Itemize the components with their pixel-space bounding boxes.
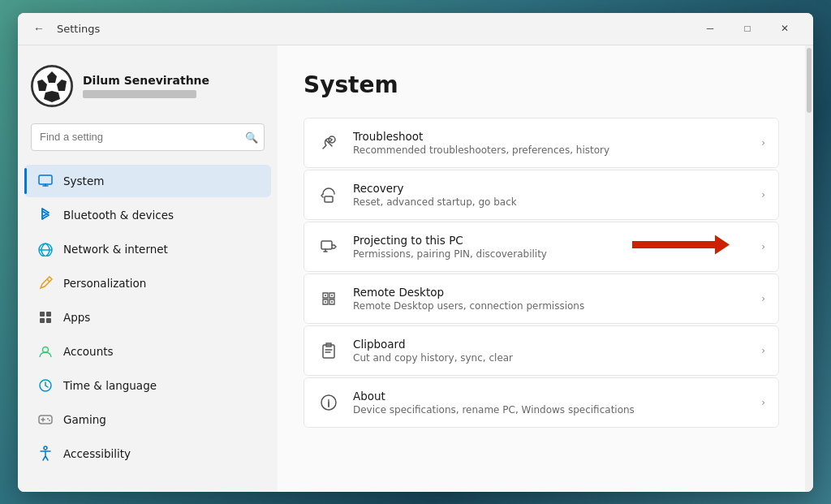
recovery-desc: Reset, advanced startup, go back bbox=[353, 196, 748, 208]
clipboard-icon bbox=[317, 339, 340, 362]
sidebar-accessibility-label: Accessibility bbox=[63, 447, 131, 460]
sidebar-item-accessibility[interactable]: Accessibility bbox=[24, 437, 271, 470]
sidebar-item-network[interactable]: Network & internet bbox=[24, 233, 271, 265]
settings-window: ← Settings ─ □ ✕ bbox=[18, 13, 813, 492]
svg-rect-11 bbox=[40, 318, 45, 323]
clipboard-chevron: › bbox=[761, 345, 765, 356]
avatar bbox=[31, 65, 73, 107]
settings-item-remote[interactable]: Remote Desktop Remote Desktop users, con… bbox=[304, 274, 779, 324]
close-button[interactable]: ✕ bbox=[766, 15, 803, 41]
system-icon bbox=[37, 173, 54, 189]
user-name: Dilum Senevirathne bbox=[83, 74, 209, 87]
troubleshoot-title: Troubleshoot bbox=[353, 130, 748, 143]
window-controls: ─ □ ✕ bbox=[691, 15, 803, 41]
back-button[interactable]: ← bbox=[28, 17, 50, 40]
svg-rect-20 bbox=[325, 196, 333, 202]
sidebar-item-bluetooth[interactable]: Bluetooth & devices bbox=[24, 199, 271, 231]
personalization-icon bbox=[37, 275, 54, 291]
remote-chevron: › bbox=[761, 293, 765, 304]
svg-rect-10 bbox=[46, 312, 51, 317]
page-title: System bbox=[304, 71, 779, 98]
sidebar-item-time[interactable]: Time & language bbox=[24, 369, 271, 402]
network-icon bbox=[37, 241, 54, 257]
settings-item-clipboard[interactable]: Clipboard Cut and copy history, sync, cl… bbox=[304, 325, 779, 376]
about-chevron: › bbox=[761, 397, 765, 408]
accounts-icon bbox=[37, 343, 54, 360]
sidebar-accounts-label: Accounts bbox=[63, 345, 114, 358]
about-icon bbox=[317, 391, 340, 414]
settings-list: Troubleshoot Recommended troubleshooters… bbox=[304, 118, 779, 428]
time-icon bbox=[37, 377, 54, 394]
window-title: Settings bbox=[57, 23, 691, 35]
recovery-icon bbox=[317, 183, 340, 206]
minimize-button[interactable]: ─ bbox=[691, 15, 729, 41]
svg-rect-7 bbox=[39, 175, 52, 184]
sidebar-bluetooth-label: Bluetooth & devices bbox=[63, 209, 174, 222]
recovery-chevron: › bbox=[761, 189, 765, 200]
svg-point-18 bbox=[44, 446, 47, 450]
remote-icon bbox=[317, 287, 340, 310]
red-arrow bbox=[632, 233, 730, 257]
svg-point-16 bbox=[47, 418, 49, 420]
main-content: System Troubleshoot Recommended troub bbox=[278, 45, 805, 492]
user-email-redacted bbox=[83, 90, 196, 98]
projecting-icon bbox=[317, 235, 340, 258]
sidebar-item-accounts[interactable]: Accounts bbox=[24, 335, 271, 368]
titlebar: ← Settings ─ □ ✕ bbox=[18, 13, 813, 45]
about-desc: Device specifications, rename PC, Window… bbox=[353, 404, 748, 416]
remote-text: Remote Desktop Remote Desktop users, con… bbox=[353, 286, 748, 312]
remote-title: Remote Desktop bbox=[353, 286, 748, 299]
apps-icon bbox=[37, 309, 54, 325]
clipboard-desc: Cut and copy history, sync, clear bbox=[353, 352, 748, 364]
settings-item-recovery[interactable]: Recovery Reset, advanced startup, go bac… bbox=[304, 170, 779, 220]
scrollbar-track[interactable] bbox=[805, 45, 813, 492]
sidebar-item-apps[interactable]: Apps bbox=[24, 301, 271, 334]
red-arrow-indicator bbox=[632, 233, 730, 261]
sidebar: Dilum Senevirathne 🔍 System bbox=[18, 45, 278, 492]
sidebar-system-label: System bbox=[63, 174, 104, 187]
troubleshoot-desc: Recommended troubleshooters, preferences… bbox=[353, 144, 748, 156]
sidebar-item-system[interactable]: System bbox=[24, 165, 271, 197]
svg-rect-12 bbox=[46, 318, 51, 323]
search-box: 🔍 bbox=[31, 123, 265, 151]
clipboard-title: Clipboard bbox=[353, 338, 748, 351]
settings-item-troubleshoot[interactable]: Troubleshoot Recommended troubleshooters… bbox=[304, 118, 779, 168]
svg-point-17 bbox=[49, 420, 50, 421]
svg-rect-9 bbox=[40, 312, 45, 317]
content-area: Dilum Senevirathne 🔍 System bbox=[18, 45, 813, 492]
about-title: About bbox=[353, 390, 748, 403]
search-input[interactable] bbox=[31, 123, 265, 151]
sidebar-network-label: Network & internet bbox=[63, 243, 168, 256]
recovery-text: Recovery Reset, advanced startup, go bac… bbox=[353, 182, 748, 208]
projecting-chevron: › bbox=[761, 241, 765, 252]
gaming-icon bbox=[37, 411, 54, 428]
troubleshoot-text: Troubleshoot Recommended troubleshooters… bbox=[353, 130, 748, 156]
sidebar-time-label: Time & language bbox=[63, 379, 157, 392]
sidebar-apps-label: Apps bbox=[63, 311, 90, 324]
main-with-scroll: System Troubleshoot Recommended troub bbox=[278, 45, 813, 492]
sidebar-personalization-label: Personalization bbox=[63, 277, 146, 290]
troubleshoot-icon bbox=[317, 131, 340, 154]
sidebar-item-personalization[interactable]: Personalization bbox=[24, 267, 271, 299]
user-info: Dilum Senevirathne bbox=[83, 74, 209, 98]
recovery-title: Recovery bbox=[353, 182, 748, 195]
svg-rect-21 bbox=[321, 241, 332, 249]
bluetooth-icon bbox=[37, 207, 54, 223]
remote-desc: Remote Desktop users, connection permiss… bbox=[353, 300, 748, 312]
settings-item-projecting[interactable]: Projecting to this PC Permissions, pairi… bbox=[304, 222, 779, 272]
about-text: About Device specifications, rename PC, … bbox=[353, 390, 748, 416]
scrollbar-thumb[interactable] bbox=[807, 48, 812, 113]
clipboard-text: Clipboard Cut and copy history, sync, cl… bbox=[353, 338, 748, 364]
sidebar-item-gaming[interactable]: Gaming bbox=[24, 403, 271, 436]
user-profile: Dilum Senevirathne bbox=[18, 58, 278, 120]
accessibility-icon bbox=[37, 446, 54, 462]
settings-item-about[interactable]: About Device specifications, rename PC, … bbox=[304, 377, 779, 428]
troubleshoot-chevron: › bbox=[761, 137, 765, 149]
sidebar-gaming-label: Gaming bbox=[63, 413, 106, 426]
maximize-button[interactable]: □ bbox=[729, 15, 766, 41]
